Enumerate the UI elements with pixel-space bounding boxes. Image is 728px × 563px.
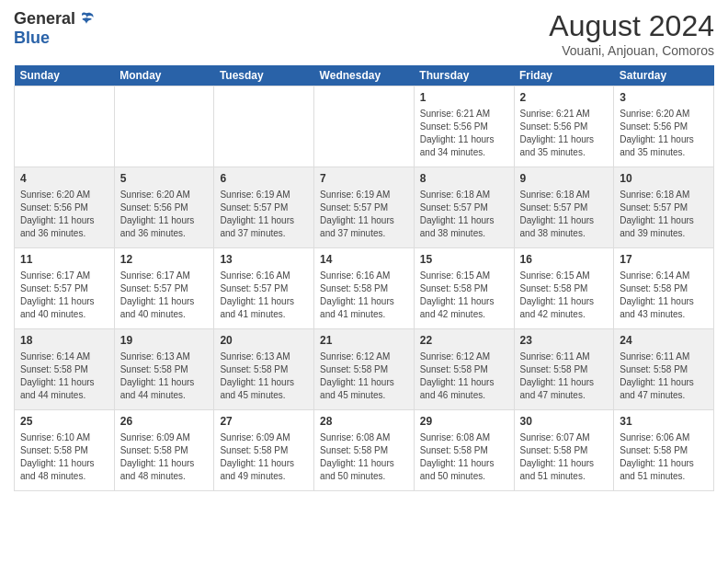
day-info: Sunrise: 6:18 AM Sunset: 5:57 PM Dayligh…: [420, 189, 508, 240]
day-info: Sunrise: 6:17 AM Sunset: 5:57 PM Dayligh…: [20, 270, 108, 321]
table-row: 31Sunrise: 6:06 AM Sunset: 5:58 PM Dayli…: [614, 410, 714, 491]
day-info: Sunrise: 6:06 AM Sunset: 5:58 PM Dayligh…: [620, 431, 708, 483]
day-info: Sunrise: 6:18 AM Sunset: 5:57 PM Dayligh…: [520, 189, 609, 240]
day-number: 22: [420, 333, 508, 349]
day-info: Sunrise: 6:12 AM Sunset: 5:58 PM Dayligh…: [320, 350, 408, 402]
day-number: 25: [20, 414, 108, 430]
day-number: 17: [620, 252, 708, 268]
day-number: 23: [520, 333, 609, 349]
day-number: 30: [520, 414, 609, 430]
day-info: Sunrise: 6:15 AM Sunset: 5:58 PM Dayligh…: [520, 270, 609, 321]
day-number: 19: [120, 333, 209, 349]
table-row: 24Sunrise: 6:11 AM Sunset: 5:58 PM Dayli…: [614, 329, 714, 410]
day-number: 15: [420, 252, 508, 268]
logo-bird-icon: [77, 10, 96, 29]
location-subtitle: Vouani, Anjouan, Comoros: [549, 43, 714, 58]
header-friday: Friday: [514, 65, 614, 86]
day-info: Sunrise: 6:21 AM Sunset: 5:56 PM Dayligh…: [520, 108, 609, 159]
day-number: 3: [620, 90, 708, 106]
day-number: 4: [20, 171, 108, 187]
day-info: Sunrise: 6:20 AM Sunset: 5:56 PM Dayligh…: [20, 189, 108, 240]
table-row: 19Sunrise: 6:13 AM Sunset: 5:58 PM Dayli…: [114, 329, 214, 410]
logo-general-text: General: [14, 9, 75, 29]
table-row: 15Sunrise: 6:15 AM Sunset: 5:58 PM Dayli…: [414, 248, 514, 329]
calendar-week-5: 25Sunrise: 6:10 AM Sunset: 5:58 PM Dayli…: [15, 410, 714, 491]
header-tuesday: Tuesday: [214, 65, 314, 86]
table-row: 14Sunrise: 6:16 AM Sunset: 5:58 PM Dayli…: [314, 248, 415, 329]
table-row: 23Sunrise: 6:11 AM Sunset: 5:58 PM Dayli…: [514, 329, 614, 410]
day-number: 14: [320, 252, 408, 268]
day-number: 9: [520, 171, 609, 187]
page: General Blue August 2024 Vouani, Anjouan…: [0, 0, 728, 563]
day-number: 31: [620, 414, 708, 430]
table-row: 18Sunrise: 6:14 AM Sunset: 5:58 PM Dayli…: [15, 329, 115, 410]
table-row: 12Sunrise: 6:17 AM Sunset: 5:57 PM Dayli…: [114, 248, 214, 329]
day-info: Sunrise: 6:07 AM Sunset: 5:58 PM Dayligh…: [520, 431, 609, 483]
day-number: 6: [220, 171, 308, 187]
day-number: 10: [620, 171, 708, 187]
day-info: Sunrise: 6:16 AM Sunset: 5:57 PM Dayligh…: [220, 270, 308, 321]
table-row: 25Sunrise: 6:10 AM Sunset: 5:58 PM Dayli…: [15, 410, 115, 491]
day-number: 29: [420, 414, 508, 430]
day-number: 24: [620, 333, 708, 349]
day-info: Sunrise: 6:19 AM Sunset: 5:57 PM Dayligh…: [220, 189, 308, 240]
table-row: 10Sunrise: 6:18 AM Sunset: 5:57 PM Dayli…: [614, 167, 714, 248]
day-number: 12: [120, 252, 209, 268]
table-row: 17Sunrise: 6:14 AM Sunset: 5:58 PM Dayli…: [614, 248, 714, 329]
day-number: 8: [420, 171, 508, 187]
table-row: 29Sunrise: 6:08 AM Sunset: 5:58 PM Dayli…: [414, 410, 514, 491]
day-number: 20: [220, 333, 308, 349]
table-row: 21Sunrise: 6:12 AM Sunset: 5:58 PM Dayli…: [314, 329, 415, 410]
table-row: [214, 86, 314, 167]
table-row: 26Sunrise: 6:09 AM Sunset: 5:58 PM Dayli…: [114, 410, 214, 491]
table-row: 6Sunrise: 6:19 AM Sunset: 5:57 PM Daylig…: [214, 167, 314, 248]
day-number: 5: [120, 171, 209, 187]
day-number: 16: [520, 252, 609, 268]
table-row: 4Sunrise: 6:20 AM Sunset: 5:56 PM Daylig…: [15, 167, 115, 248]
day-info: Sunrise: 6:10 AM Sunset: 5:58 PM Dayligh…: [20, 431, 108, 483]
day-number: 28: [320, 414, 408, 430]
day-number: 7: [320, 171, 408, 187]
table-row: 16Sunrise: 6:15 AM Sunset: 5:58 PM Dayli…: [514, 248, 614, 329]
calendar-week-2: 4Sunrise: 6:20 AM Sunset: 5:56 PM Daylig…: [15, 167, 714, 248]
table-row: 22Sunrise: 6:12 AM Sunset: 5:58 PM Dayli…: [414, 329, 514, 410]
day-number: 26: [120, 414, 209, 430]
header: General Blue August 2024 Vouani, Anjouan…: [14, 9, 714, 58]
header-saturday: Saturday: [614, 65, 714, 86]
table-row: 20Sunrise: 6:13 AM Sunset: 5:58 PM Dayli…: [214, 329, 314, 410]
header-monday: Monday: [114, 65, 214, 86]
calendar-week-1: 1Sunrise: 6:21 AM Sunset: 5:56 PM Daylig…: [15, 86, 714, 167]
day-info: Sunrise: 6:08 AM Sunset: 5:58 PM Dayligh…: [420, 431, 508, 483]
table-row: [114, 86, 214, 167]
day-number: 11: [20, 252, 108, 268]
calendar-table: Sunday Monday Tuesday Wednesday Thursday…: [14, 65, 714, 491]
table-row: 9Sunrise: 6:18 AM Sunset: 5:57 PM Daylig…: [514, 167, 614, 248]
header-wednesday: Wednesday: [314, 65, 415, 86]
day-info: Sunrise: 6:08 AM Sunset: 5:58 PM Dayligh…: [320, 431, 408, 483]
day-info: Sunrise: 6:11 AM Sunset: 5:58 PM Dayligh…: [620, 350, 708, 402]
day-number: 27: [220, 414, 308, 430]
table-row: 2Sunrise: 6:21 AM Sunset: 5:56 PM Daylig…: [514, 86, 614, 167]
day-info: Sunrise: 6:19 AM Sunset: 5:57 PM Dayligh…: [320, 189, 408, 240]
table-row: 13Sunrise: 6:16 AM Sunset: 5:57 PM Dayli…: [214, 248, 314, 329]
logo-blue-text: Blue: [14, 29, 50, 48]
table-row: 7Sunrise: 6:19 AM Sunset: 5:57 PM Daylig…: [314, 167, 415, 248]
header-thursday: Thursday: [414, 65, 514, 86]
day-info: Sunrise: 6:09 AM Sunset: 5:58 PM Dayligh…: [120, 431, 209, 483]
table-row: 28Sunrise: 6:08 AM Sunset: 5:58 PM Dayli…: [314, 410, 415, 491]
table-row: 3Sunrise: 6:20 AM Sunset: 5:56 PM Daylig…: [614, 86, 714, 167]
day-info: Sunrise: 6:11 AM Sunset: 5:58 PM Dayligh…: [520, 350, 609, 402]
table-row: 11Sunrise: 6:17 AM Sunset: 5:57 PM Dayli…: [15, 248, 115, 329]
calendar-header-row: Sunday Monday Tuesday Wednesday Thursday…: [15, 65, 714, 86]
day-info: Sunrise: 6:12 AM Sunset: 5:58 PM Dayligh…: [420, 350, 508, 402]
table-row: 5Sunrise: 6:20 AM Sunset: 5:56 PM Daylig…: [114, 167, 214, 248]
table-row: 8Sunrise: 6:18 AM Sunset: 5:57 PM Daylig…: [414, 167, 514, 248]
table-row: 1Sunrise: 6:21 AM Sunset: 5:56 PM Daylig…: [414, 86, 514, 167]
day-number: 13: [220, 252, 308, 268]
title-section: August 2024 Vouani, Anjouan, Comoros: [549, 9, 714, 58]
header-sunday: Sunday: [15, 65, 115, 86]
day-info: Sunrise: 6:20 AM Sunset: 5:56 PM Dayligh…: [120, 189, 209, 240]
day-info: Sunrise: 6:15 AM Sunset: 5:58 PM Dayligh…: [420, 270, 508, 321]
day-info: Sunrise: 6:09 AM Sunset: 5:58 PM Dayligh…: [220, 431, 308, 483]
table-row: [15, 86, 115, 167]
